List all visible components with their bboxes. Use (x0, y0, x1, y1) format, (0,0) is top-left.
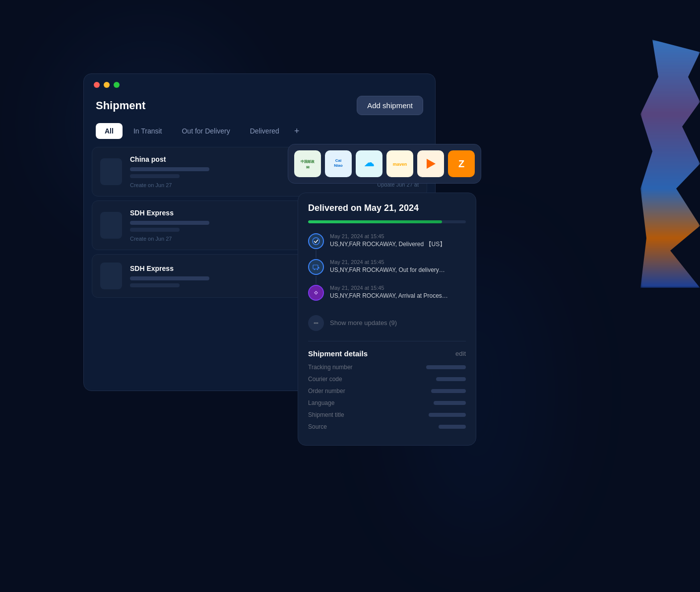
shipment-details-section: Shipment details edit Tracking number Co… (308, 341, 466, 430)
svg-text:maven: maven (393, 162, 407, 167)
courier-value (436, 377, 466, 381)
add-shipment-button[interactable]: Add shipment (357, 96, 423, 115)
svg-text:Niao: Niao (334, 163, 342, 168)
shipment-thumbnail-1 (100, 158, 122, 185)
show-more-button[interactable]: Show more updates (9) (308, 315, 466, 331)
shipment-thumbnail-3 (100, 263, 122, 289)
order-label: Order number (308, 388, 345, 395)
carrier-logo-cloud[interactable]: ☁ (356, 150, 382, 177)
tab-add[interactable]: + (290, 124, 304, 138)
timeline-line-2 (316, 276, 317, 284)
timeline-content-3: May 21, 2024 at 15:45 US,NY,FAR ROCKAWAY… (330, 285, 466, 309)
svg-point-20 (316, 322, 317, 324)
svg-text:中国邮政: 中国邮政 (301, 159, 315, 164)
svg-point-18 (313, 290, 319, 296)
carrier-strip: 中国邮政 ✉ Cai Niao ☁ maven Z (288, 144, 481, 184)
carrier-logo-maven[interactable]: maven (386, 150, 413, 177)
timeline-content-2: May 21, 2024 at 15:45 US,NY,FAR ROCKAWAY… (330, 259, 466, 285)
carrier-logo-china-post[interactable]: 中国邮政 ✉ (294, 150, 321, 177)
tracking-label: Tracking number (308, 364, 353, 371)
maximize-dot[interactable] (114, 82, 120, 88)
timeline-icon-wrap-3 (308, 285, 324, 309)
timeline-icon-wrap-1 (308, 233, 324, 259)
svg-point-17 (317, 269, 318, 270)
carrier-logo-arrow[interactable] (417, 150, 444, 177)
svg-point-14 (313, 238, 319, 245)
timeline-desc-2: US,NY,FAR ROCKAWAY, Out for delivery… (330, 266, 466, 274)
details-title: Shipment details (308, 349, 368, 358)
svg-point-16 (314, 269, 315, 270)
carrier-logo-z[interactable]: Z (448, 150, 475, 177)
timeline-item-2: May 21, 2024 at 15:45 US,NY,FAR ROCKAWAY… (308, 259, 466, 285)
delivery-title: Delivered on May 21, 2024 (308, 203, 466, 213)
language-label: Language (308, 399, 334, 406)
window-header: Shipment Add shipment (84, 96, 435, 123)
shipment-bar-3a (130, 276, 209, 280)
order-value (431, 389, 466, 393)
show-more-icon (308, 315, 324, 331)
arrival-icon (308, 285, 324, 301)
timeline-icon-wrap-2 (308, 259, 324, 285)
shipment-title-label: Shipment title (308, 411, 344, 418)
page-title: Shipment (96, 99, 145, 112)
timeline-item-1: May 21, 2024 at 15:45 US,NY,FAR ROCKAWAY… (308, 233, 466, 259)
shipment-thumbnail-2 (100, 212, 122, 239)
svg-point-19 (314, 322, 316, 324)
timeline-item-3: May 21, 2024 at 15:45 US,NY,FAR ROCKAWAY… (308, 285, 466, 309)
outfordelivery-icon (308, 259, 324, 275)
tab-out-for-delivery[interactable]: Out for Delivery (173, 123, 239, 139)
shipment-bar-3b (130, 283, 180, 287)
tab-all[interactable]: All (96, 123, 123, 139)
source-label: Source (308, 423, 327, 430)
timeline-time-2: May 21, 2024 at 15:45 (330, 259, 466, 265)
svg-text:Cai: Cai (335, 158, 341, 163)
sparkle-decoration (640, 40, 700, 288)
timeline-desc-1: US,NY,FAR ROCKAWAY, Delivered 【US】 (330, 240, 466, 249)
progress-bar-fill (308, 220, 442, 223)
carrier-logo-cainiao[interactable]: Cai Niao (325, 150, 352, 177)
show-more-label: Show more updates (9) (330, 319, 397, 327)
detail-row-shipment-title: Shipment title (308, 411, 466, 418)
details-header: Shipment details edit (308, 349, 466, 358)
svg-point-21 (317, 322, 318, 324)
shipment-bar-2a (130, 221, 209, 225)
timeline-time-1: May 21, 2024 at 15:45 (330, 233, 466, 239)
detail-row-tracking: Tracking number (308, 364, 466, 371)
svg-text:☁: ☁ (364, 157, 374, 168)
progress-bar (308, 220, 466, 223)
timeline: May 21, 2024 at 15:45 US,NY,FAR ROCKAWAY… (308, 233, 466, 309)
shipment-bar-1b (130, 174, 180, 178)
shipment-title-value (429, 413, 466, 417)
timeline-time-3: May 21, 2024 at 15:45 (330, 285, 466, 291)
detail-row-language: Language (308, 399, 466, 406)
details-edit-button[interactable]: edit (455, 350, 466, 357)
tab-bar: All In Transit Out for Delivery Delivere… (84, 123, 435, 147)
detail-row-courier: Courier code (308, 376, 466, 383)
timeline-line-1 (316, 250, 317, 258)
tab-in-transit[interactable]: In Transit (125, 123, 171, 139)
tab-delivered[interactable]: Delivered (241, 123, 288, 139)
detail-row-source: Source (308, 423, 466, 430)
timeline-desc-3: US,NY,FAR ROCKAWAY, Arrival at Proces… (330, 292, 466, 300)
detail-row-order: Order number (308, 388, 466, 395)
tracking-value (426, 365, 466, 369)
detail-panel: Delivered on May 21, 2024 May 21, 2024 a… (298, 193, 476, 446)
svg-text:Z: Z (458, 158, 464, 169)
source-value (439, 425, 466, 429)
close-dot[interactable] (94, 82, 100, 88)
language-value (434, 401, 466, 405)
window-titlebar (84, 74, 435, 96)
svg-rect-15 (313, 265, 318, 269)
minimize-dot[interactable] (104, 82, 110, 88)
svg-text:✉: ✉ (306, 165, 310, 170)
timeline-content-1: May 21, 2024 at 15:45 US,NY,FAR ROCKAWAY… (330, 233, 466, 259)
shipment-bar-1a (130, 167, 209, 171)
courier-label: Courier code (308, 376, 342, 383)
shipment-bar-2b (130, 228, 180, 232)
delivered-icon (308, 233, 324, 249)
svg-rect-0 (297, 153, 318, 175)
